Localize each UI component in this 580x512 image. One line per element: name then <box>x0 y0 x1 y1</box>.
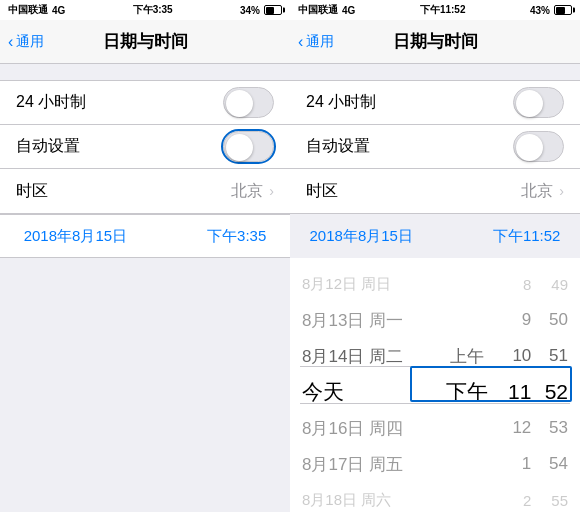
date-display-right: 2018年8月15日 <box>310 227 413 246</box>
picker-row-5[interactable]: 8月17日 周五154 <box>290 446 580 482</box>
picker-hour-4: 12 <box>495 418 532 438</box>
picker-hour-0: 8 <box>495 276 532 293</box>
row-autoset-right[interactable]: 自动设置 <box>290 125 580 169</box>
picker-min-2: 51 <box>531 346 568 366</box>
row-timezone-left[interactable]: 时区 北京 › <box>0 169 290 213</box>
toggle-24h-right[interactable] <box>513 87 564 118</box>
label-24h-right: 24 小时制 <box>306 92 513 113</box>
value-timezone-left: 北京 <box>231 181 263 202</box>
back-label-right: 通用 <box>306 33 334 51</box>
picker-date-2: 8月14日 周二 <box>302 345 440 368</box>
picker-row-6[interactable]: 8月18日 周六255 <box>290 482 580 512</box>
picker-row-2[interactable]: 8月14日 周二上午1051 <box>290 338 580 374</box>
status-bar-right: 中国联通 4G 下午11:52 43% <box>290 0 580 20</box>
picker-min-5: 54 <box>531 454 568 474</box>
picker-container: 8月12日 周日8498月13日 周一9508月14日 周二上午1051今天下午… <box>290 258 580 512</box>
date-display-left: 2018年8月15日 <box>24 227 127 246</box>
back-button-right[interactable]: ‹ 通用 <box>298 33 334 51</box>
battery-fill-left <box>266 7 274 14</box>
nav-bar-left: ‹ 通用 日期与时间 <box>0 20 290 64</box>
time-display-right: 下午11:52 <box>493 227 561 246</box>
picker-hour-6: 2 <box>495 492 532 509</box>
carrier-right: 中国联通 <box>298 3 338 17</box>
status-bar-left: 中国联通 4G 下午3:35 34% <box>0 0 290 20</box>
picker-ampm-2: 上午 <box>440 345 495 368</box>
toggle-thumb-24h-left <box>226 90 253 117</box>
picker-date-5: 8月17日 周五 <box>302 453 440 476</box>
toggle-autoset-right[interactable] <box>513 131 564 162</box>
battery-right: 43% <box>530 5 550 16</box>
picker-date-4: 8月16日 周四 <box>302 417 440 440</box>
picker-area-right[interactable]: 8月12日 周日8498月13日 周一9508月14日 周二上午1051今天下午… <box>290 258 580 512</box>
nav-title-left: 日期与时间 <box>103 30 188 53</box>
picker-date-6: 8月18日 周六 <box>302 491 440 510</box>
picker-row-0[interactable]: 8月12日 周日849 <box>290 266 580 302</box>
label-autoset-left: 自动设置 <box>16 136 223 157</box>
picker-line-bottom <box>300 403 570 404</box>
settings-group-left: 24 小时制 自动设置 时区 北京 › <box>0 80 290 214</box>
network-right: 4G <box>342 5 355 16</box>
picker-ampm-3: 下午 <box>440 378 495 406</box>
label-autoset-right: 自动设置 <box>306 136 513 157</box>
back-label-left: 通用 <box>16 33 44 51</box>
toggle-autoset-left[interactable] <box>223 131 274 162</box>
picker-row-3[interactable]: 今天下午1152 <box>290 374 580 410</box>
chevron-left-icon: ‹ <box>8 33 13 51</box>
picker-rows: 8月12日 周日8498月13日 周一9508月14日 周二上午1051今天下午… <box>290 258 580 512</box>
picker-hour-3: 11 <box>495 380 532 404</box>
battery-icon-left <box>264 5 282 15</box>
chevron-left-icon-right: ‹ <box>298 33 303 51</box>
label-timezone-left: 时区 <box>16 181 231 202</box>
picker-min-4: 53 <box>531 418 568 438</box>
time-display-left: 下午3:35 <box>207 227 266 246</box>
datetime-row-right: 2018年8月15日 下午11:52 <box>290 214 580 258</box>
picker-min-0: 49 <box>531 276 568 293</box>
time-left: 下午3:35 <box>133 3 173 17</box>
picker-min-1: 50 <box>531 310 568 330</box>
nav-title-right: 日期与时间 <box>393 30 478 53</box>
picker-hour-2: 10 <box>495 346 532 366</box>
picker-date-3: 今天 <box>302 378 440 406</box>
label-timezone-right: 时区 <box>306 181 521 202</box>
picker-line-top <box>300 366 570 367</box>
battery-left: 34% <box>240 5 260 16</box>
settings-group-right: 24 小时制 自动设置 时区 北京 › <box>290 80 580 214</box>
chevron-right-icon-left: › <box>269 183 274 199</box>
chevron-right-icon-right: › <box>559 183 564 199</box>
picker-hour-1: 9 <box>495 310 532 330</box>
nav-bar-right: ‹ 通用 日期与时间 <box>290 20 580 64</box>
picker-date-0: 8月12日 周日 <box>302 275 440 294</box>
picker-min-6: 55 <box>531 492 568 509</box>
network-left: 4G <box>52 5 65 16</box>
toggle-thumb-autoset-right <box>516 134 543 161</box>
value-timezone-right: 北京 <box>521 181 553 202</box>
picker-hour-5: 1 <box>495 454 532 474</box>
carrier-left: 中国联通 <box>8 3 48 17</box>
picker-row-4[interactable]: 8月16日 周四1253 <box>290 410 580 446</box>
time-right: 下午11:52 <box>420 3 466 17</box>
battery-icon-right <box>554 5 572 15</box>
picker-row-1[interactable]: 8月13日 周一950 <box>290 302 580 338</box>
left-phone-screen: 中国联通 4G 下午3:35 34% ‹ 通用 日期与时间 24 小时制 自动设 <box>0 0 290 512</box>
row-timezone-right[interactable]: 时区 北京 › <box>290 169 580 213</box>
row-24h-right[interactable]: 24 小时制 <box>290 81 580 125</box>
row-24h-left[interactable]: 24 小时制 <box>0 81 290 125</box>
datetime-row-left: 2018年8月15日 下午3:35 <box>0 214 290 258</box>
picker-date-1: 8月13日 周一 <box>302 309 440 332</box>
row-autoset-left[interactable]: 自动设置 <box>0 125 290 169</box>
toggle-thumb-24h-right <box>516 90 543 117</box>
battery-fill-right <box>556 7 565 14</box>
toggle-24h-left[interactable] <box>223 87 274 118</box>
right-phone-screen: 中国联通 4G 下午11:52 43% ‹ 通用 日期与时间 24 小时制 自动… <box>290 0 580 512</box>
back-button-left[interactable]: ‹ 通用 <box>8 33 44 51</box>
toggle-thumb-autoset-left <box>226 134 253 161</box>
label-24h-left: 24 小时制 <box>16 92 223 113</box>
picker-min-3: 52 <box>531 380 568 404</box>
